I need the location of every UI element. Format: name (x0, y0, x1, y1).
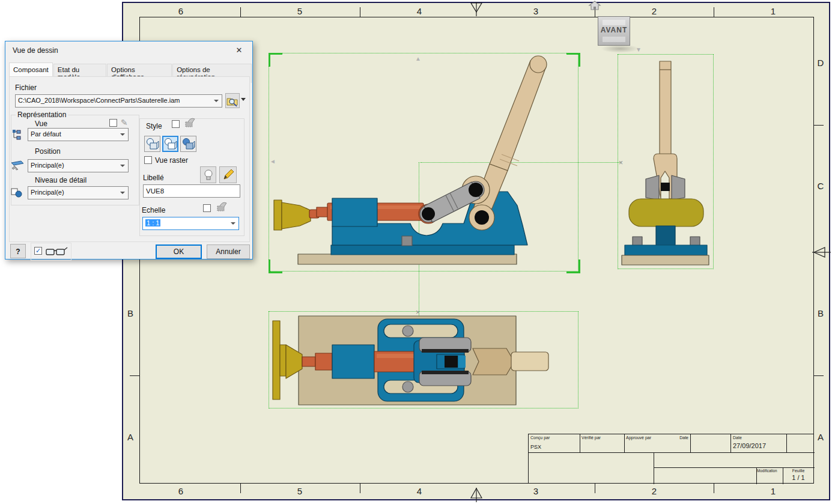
viewcube-bottom-facet (603, 37, 625, 42)
mount-screw (633, 237, 642, 246)
style-label: Style (146, 122, 162, 130)
housing-slot (445, 356, 458, 368)
style-shaded-button[interactable] (180, 136, 196, 152)
ok-button[interactable]: OK (156, 244, 202, 259)
libelle-edit-button[interactable] (219, 166, 237, 183)
position-combobox[interactable]: Principal(e) (28, 159, 129, 172)
echelle-label: Echelle (142, 206, 165, 214)
libelle-input[interactable]: VUE8 (143, 184, 240, 198)
clamp-jaw-gap (661, 183, 670, 191)
vue-combobox-value: Par défaut (31, 130, 61, 138)
libelle-visibility-button[interactable] (200, 166, 216, 183)
right-view-drawing[interactable] (618, 53, 715, 270)
preview-checkbox[interactable]: ✓ (34, 247, 42, 255)
chevron-down-icon[interactable] (120, 165, 125, 167)
feuille-label: Feuille (785, 469, 812, 473)
titleblock-divider (690, 434, 691, 452)
echelle-combobox[interactable]: 1 : 1 (142, 217, 239, 230)
titleblock-divider (783, 467, 783, 484)
housing-insert (458, 356, 466, 368)
date-label-1: Date (667, 436, 688, 440)
lightbulb-icon (204, 169, 213, 181)
pivot-hole (469, 183, 483, 197)
position-combobox-value: Principal(e) (31, 162, 64, 169)
libelle-label: Libellé (143, 174, 164, 182)
glasses-icon (45, 246, 68, 258)
spindle-knob (282, 202, 311, 229)
viewcube[interactable]: AVANT (598, 16, 630, 46)
help-button[interactable]: ? (10, 244, 26, 258)
style-projector-icon (182, 117, 196, 129)
vue-label: Vue (35, 120, 47, 128)
pivot-hole (422, 207, 435, 220)
position-representation-icon (10, 159, 25, 171)
application-canvas: 665544332211DDCCBBAA Conçu par PSX Vérif… (0, 0, 832, 504)
slot-screw (402, 381, 413, 392)
feuille-value: 1 / 1 (785, 474, 812, 481)
browse-dropdown-icon[interactable] (241, 98, 246, 101)
mount-screw (690, 237, 700, 246)
chevron-down-icon[interactable] (120, 192, 125, 194)
niveau-detail-combobox-value: Principal(e) (31, 189, 64, 196)
front-view-drawing[interactable] (269, 51, 580, 275)
titleblock-divider (654, 467, 815, 468)
viewcube-face-label[interactable]: AVANT (598, 26, 630, 34)
echelle-projector-icon (214, 201, 228, 213)
vue-raster-label: Vue raster (155, 156, 188, 165)
titleblock-divider (529, 452, 815, 453)
vue-raster-checkbox[interactable] (144, 156, 152, 164)
approuve-par-label: Approuvé par (626, 436, 651, 440)
concu-par-value: PSX (530, 444, 541, 450)
title-block: Conçu par PSX Vérifié par Approuvé par D… (528, 434, 814, 484)
chevron-down-icon[interactable] (120, 133, 125, 136)
detail-level-icon (10, 187, 23, 198)
vue-combobox[interactable]: Par défaut (28, 128, 129, 141)
clamp-jaw-left (646, 175, 659, 200)
titleblock-divider (654, 452, 654, 484)
browse-file-button[interactable] (225, 93, 240, 108)
handle-top (511, 352, 548, 371)
style-visible-lines-button[interactable] (162, 136, 178, 152)
titleblock-divider (580, 434, 580, 452)
position-label: Position (35, 147, 61, 156)
echelle-combobox-value: 1 : 1 (145, 219, 160, 226)
base-plate-front (622, 255, 709, 265)
chevron-down-icon[interactable] (214, 100, 219, 102)
rod-guide-collar (332, 198, 377, 226)
viewcube-home-icon[interactable] (588, 0, 601, 11)
viewcube-top-facet (603, 20, 625, 25)
concu-par-label: Conçu par (530, 436, 550, 440)
vue-assoc-checkbox[interactable] (109, 119, 117, 127)
clamp-jaw-right (672, 175, 685, 200)
style-hidden-lines-button[interactable] (144, 136, 160, 152)
drawing-view-dialog: Vue de dessin ✕ Composant Etat du modèle… (5, 41, 253, 260)
annuler-button[interactable]: Annuler (207, 244, 250, 259)
clamp-base-plate (298, 254, 517, 264)
echelle-assoc-checkbox[interactable] (203, 204, 211, 212)
top-view-drawing[interactable] (269, 311, 580, 410)
date-label-2: Date (733, 436, 742, 440)
pencil-icon (222, 168, 235, 181)
niveau-detail-combobox[interactable]: Principal(e) (28, 186, 129, 199)
libelle-input-value: VUE8 (146, 187, 164, 195)
close-icon[interactable]: ✕ (227, 41, 251, 59)
titleblock-divider (730, 434, 731, 452)
vue-sketch-icon: ✎ (121, 118, 128, 127)
spindle-shaft-top (302, 357, 315, 366)
clamp-base-step (331, 245, 514, 255)
dialog-title: Vue de dessin (13, 46, 58, 55)
handle-bar (660, 61, 671, 155)
pedestal (656, 226, 675, 246)
knob-front (629, 199, 703, 226)
file-combobox-value: C:\CAO_2018\Workspace\ConnectParts\Saute… (18, 97, 180, 104)
fork-shadow-band (422, 371, 469, 374)
clamp-screw (402, 236, 412, 246)
chevron-down-icon[interactable] (231, 222, 235, 225)
file-combobox[interactable]: C:\CAO_2018\Workspace\ConnectParts\Saute… (15, 94, 222, 108)
style-assoc-checkbox[interactable] (172, 120, 180, 128)
knob-flange-top (273, 321, 280, 399)
spindle-step-top (315, 353, 332, 370)
date-value: 27/09/2017 (733, 442, 766, 449)
viewcube-shadow (601, 44, 639, 53)
shaded-icon (181, 137, 195, 151)
